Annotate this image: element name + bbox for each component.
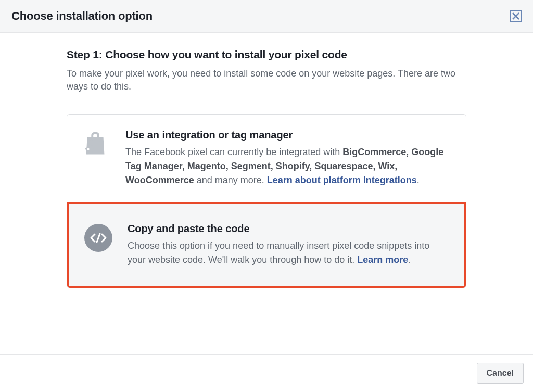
- option-copy-paste-text: Choose this option if you need to manual…: [128, 239, 448, 267]
- option-integration-period: .: [417, 175, 420, 185]
- svg-line-3: [97, 234, 100, 242]
- learn-more-link[interactable]: Learn more: [357, 255, 408, 265]
- svg-point-0: [90, 140, 92, 142]
- cancel-button[interactable]: Cancel: [477, 363, 524, 384]
- step-description: To make your pixel work, you need to ins…: [67, 67, 466, 93]
- option-integration-text-after: and many more.: [194, 175, 267, 185]
- code-icon: [83, 223, 114, 267]
- modal-title: Choose installation option: [11, 9, 153, 23]
- option-integration-body: Use an integration or tag manager The Fa…: [125, 129, 450, 187]
- close-button[interactable]: [510, 10, 522, 22]
- option-integration-text-before: The Facebook pixel can currently be inte…: [125, 147, 342, 157]
- modal-header: Choose installation option: [0, 0, 533, 33]
- option-copy-paste-title: Copy and paste the code: [128, 223, 448, 235]
- option-integration[interactable]: Use an integration or tag manager The Fa…: [67, 115, 466, 202]
- step-heading: Step 1: Choose how you want to install y…: [67, 48, 466, 61]
- close-icon: [512, 12, 519, 20]
- option-copy-paste[interactable]: Copy and paste the code Choose this opti…: [67, 202, 466, 288]
- svg-point-1: [98, 140, 100, 142]
- svg-point-2: [87, 148, 89, 150]
- modal-footer: Cancel: [0, 354, 533, 392]
- option-integration-title: Use an integration or tag manager: [125, 129, 450, 141]
- shopping-bag-icon: [81, 129, 112, 187]
- option-integration-text: The Facebook pixel can currently be inte…: [125, 145, 450, 187]
- option-copy-paste-period: .: [408, 255, 411, 265]
- option-copy-paste-body: Copy and paste the code Choose this opti…: [128, 223, 448, 267]
- options-container: Use an integration or tag manager The Fa…: [67, 114, 466, 288]
- modal-content: Step 1: Choose how you want to install y…: [0, 33, 533, 299]
- learn-integrations-link[interactable]: Learn about platform integrations: [267, 175, 417, 185]
